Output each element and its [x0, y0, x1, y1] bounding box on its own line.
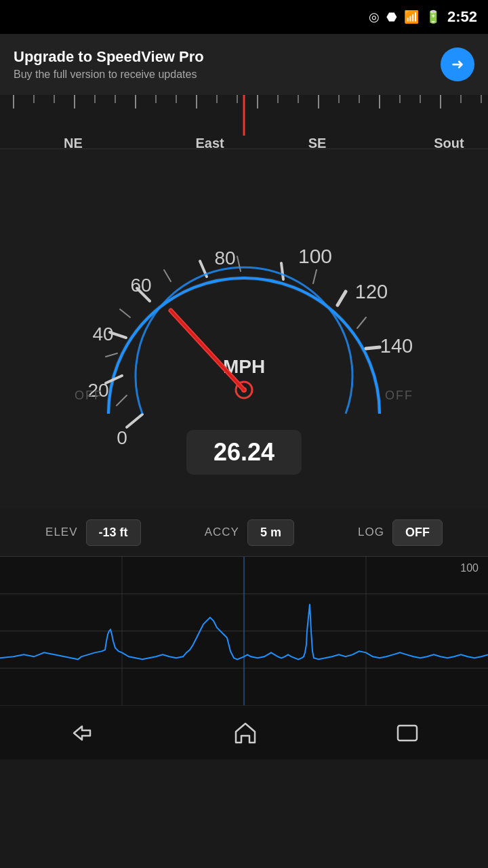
svg-text:140: 140 — [380, 335, 413, 357]
back-icon — [68, 723, 96, 743]
status-time: 2:52 — [447, 8, 477, 26]
arrow-right-icon: ➜ — [451, 56, 464, 73]
graph-svg — [0, 557, 488, 705]
svg-line-38 — [357, 317, 366, 328]
log-group: LOG OFF — [358, 519, 443, 546]
svg-text:0: 0 — [117, 427, 127, 448]
recent-icon — [395, 723, 420, 743]
speedometer-area: 0 20 40 60 80 100 120 140 MPH OFF — [0, 149, 488, 509]
compass-needle — [243, 95, 245, 136]
speedometer-wrapper: 0 20 40 60 80 100 120 140 MPH OFF — [54, 163, 434, 495]
elev-value[interactable]: -13 ft — [86, 519, 141, 546]
upgrade-banner: Upgrade to SpeedView Pro Buy the full ve… — [0, 34, 488, 95]
back-button[interactable] — [68, 723, 96, 743]
graph-max-label: 100 — [460, 562, 479, 574]
bottom-nav — [0, 705, 488, 760]
speed-readout: 26.24 — [186, 430, 302, 475]
info-row: ELEV -13 ft ACCY 5 m LOG OFF — [0, 509, 488, 556]
svg-text:120: 120 — [355, 281, 388, 302]
svg-line-51 — [171, 311, 244, 390]
off-left-label: OFF — [75, 389, 103, 403]
svg-line-30 — [338, 292, 346, 305]
battery-icon: 🔋 — [426, 9, 441, 24]
svg-line-33 — [106, 353, 117, 357]
svg-line-29 — [281, 263, 283, 279]
svg-line-32 — [117, 395, 127, 406]
elev-group: ELEV -13 ft — [45, 519, 141, 546]
svg-text:40: 40 — [92, 323, 113, 344]
upgrade-subtitle: Buy the full version to receive updates — [14, 68, 204, 81]
elev-label: ELEV — [45, 526, 77, 539]
svg-rect-59 — [398, 726, 417, 741]
signal-icon: 📶 — [404, 9, 419, 24]
svg-line-34 — [120, 309, 130, 317]
home-icon — [233, 721, 258, 745]
compass-label-se: SE — [308, 136, 327, 150]
upgrade-title: Upgrade to SpeedView Pro — [14, 48, 204, 66]
svg-line-31 — [366, 347, 380, 349]
svg-line-35 — [164, 270, 171, 281]
accy-group: ACCY 5 m — [205, 519, 294, 546]
accy-value[interactable]: 5 m — [247, 519, 294, 546]
svg-line-36 — [237, 256, 241, 271]
upgrade-arrow-button[interactable]: ➜ — [441, 47, 474, 81]
bluetooth-icon: ⬣ — [386, 9, 397, 24]
svg-text:80: 80 — [214, 248, 235, 269]
graph-area: 100 — [0, 556, 488, 705]
off-right-label: OFF — [385, 389, 413, 403]
svg-text:100: 100 — [298, 245, 332, 267]
compass-strip: NE East SE Sout — [0, 95, 488, 149]
log-value[interactable]: OFF — [392, 519, 443, 546]
speedometer-svg: 0 20 40 60 80 100 120 140 MPH — [54, 163, 434, 475]
upgrade-text-block: Upgrade to SpeedView Pro Buy the full ve… — [14, 48, 204, 81]
location-icon: ◎ — [369, 9, 380, 24]
compass-label-ne: NE — [64, 136, 83, 150]
log-label: LOG — [358, 526, 384, 539]
recent-button[interactable] — [395, 723, 420, 743]
home-button[interactable] — [233, 721, 258, 745]
svg-line-24 — [127, 414, 142, 427]
compass-label-east: East — [195, 136, 224, 150]
svg-text:60: 60 — [130, 275, 151, 296]
compass-label-south: Sout — [434, 136, 464, 150]
svg-line-37 — [313, 270, 317, 283]
status-bar: ◎ ⬣ 📶 🔋 2:52 — [0, 0, 488, 34]
accy-label: ACCY — [205, 526, 239, 539]
